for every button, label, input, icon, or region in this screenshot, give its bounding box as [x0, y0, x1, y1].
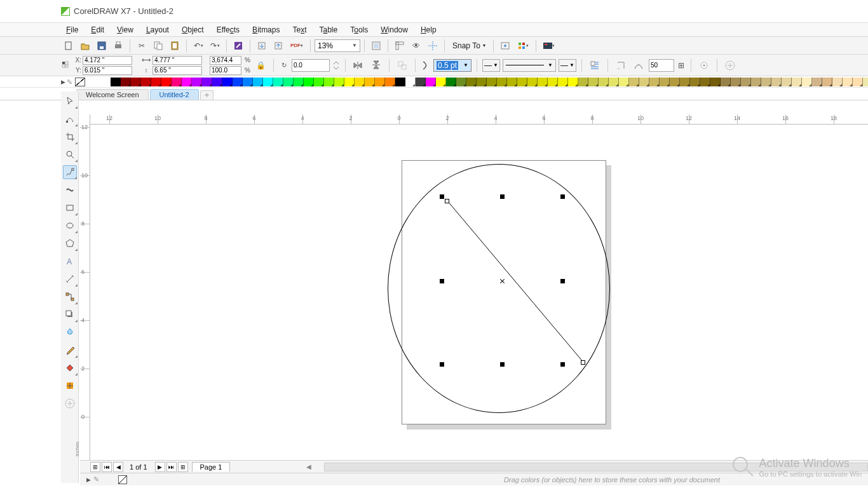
menu-effects[interactable]: Effects [212, 24, 245, 36]
smart-fill-tool[interactable] [63, 379, 77, 393]
ellipse-tool[interactable] [63, 219, 77, 233]
color-swatch[interactable] [660, 78, 670, 86]
selection-handle-tr[interactable] [560, 194, 565, 199]
color-swatch[interactable] [690, 78, 700, 86]
color-swatch[interactable] [548, 78, 558, 86]
cut-button[interactable]: ✂ [134, 39, 149, 53]
color-swatch[interactable] [761, 78, 771, 86]
color-swatch[interactable] [649, 78, 660, 86]
tab-welcome-screen[interactable]: Welcome Screen [76, 89, 149, 100]
color-swatch[interactable] [375, 78, 385, 86]
add-page-after-button[interactable]: ⊞ [178, 462, 188, 472]
color-swatch[interactable] [588, 78, 599, 86]
color-swatch[interactable] [466, 78, 477, 86]
fullscreen-preview-button[interactable] [369, 39, 384, 53]
color-swatch[interactable] [314, 78, 324, 86]
color-swatch[interactable] [355, 78, 365, 86]
new-document-tab[interactable]: + [200, 90, 214, 100]
color-swatch[interactable] [710, 78, 721, 86]
menu-edit[interactable]: Edit [86, 24, 109, 36]
line-end-node[interactable] [581, 360, 585, 365]
bounding-box-button[interactable] [696, 58, 712, 72]
color-swatch[interactable] [527, 78, 538, 86]
color-swatch[interactable] [334, 78, 344, 86]
color-swatch[interactable] [395, 78, 405, 86]
zoom-tool[interactable] [63, 147, 77, 161]
show-guidelines-button[interactable] [425, 39, 440, 53]
zoom-level-select[interactable]: 13%▼ [315, 39, 360, 52]
color-swatch[interactable] [599, 78, 609, 86]
parallel-dimension-tool[interactable] [63, 272, 77, 286]
menu-layout[interactable]: Layout [141, 24, 174, 36]
selection-handle-tl[interactable] [440, 194, 444, 199]
color-swatch[interactable] [609, 78, 619, 86]
color-swatch[interactable] [832, 78, 843, 86]
color-swatch[interactable] [812, 78, 822, 86]
horizontal-scrollbar[interactable] [324, 463, 868, 471]
quick-customize-toolbox[interactable] [63, 396, 77, 410]
color-swatch[interactable] [416, 78, 426, 86]
freehand-tool[interactable] [63, 165, 77, 179]
color-swatch[interactable] [273, 78, 283, 86]
color-swatch[interactable] [405, 78, 416, 86]
selection-handle-tm[interactable] [500, 194, 505, 199]
paste-button[interactable] [167, 39, 182, 53]
selection-handle-mr[interactable] [560, 279, 565, 283]
color-swatch[interactable] [294, 78, 304, 86]
import-button[interactable] [254, 39, 269, 53]
show-rulers-button[interactable] [392, 39, 407, 53]
color-swatch[interactable] [721, 78, 731, 86]
color-swatch[interactable] [172, 78, 182, 86]
width-input[interactable]: 4.777 " [153, 56, 202, 65]
copy-button[interactable] [151, 39, 166, 53]
color-swatch[interactable] [578, 78, 588, 86]
page-tab-1[interactable]: Page 1 [192, 462, 231, 471]
color-swatch[interactable] [771, 78, 782, 86]
snap-to-dropdown[interactable]: Snap To▾ [449, 41, 489, 50]
color-swatch[interactable] [843, 78, 853, 86]
color-swatch[interactable] [741, 78, 751, 86]
wrap-text-button[interactable] [587, 58, 602, 72]
close-curve-button[interactable] [613, 58, 628, 72]
lock-ratio-button[interactable]: 🔒 [253, 58, 268, 72]
color-swatch[interactable] [446, 78, 456, 86]
color-swatch[interactable] [253, 78, 263, 86]
connector-tool[interactable] [63, 290, 77, 304]
export-button[interactable] [271, 39, 286, 53]
redo-button[interactable]: ↷▾ [207, 39, 222, 53]
color-swatch[interactable] [863, 78, 868, 86]
color-swatch[interactable] [700, 78, 710, 86]
open-button[interactable] [78, 39, 93, 53]
color-swatch[interactable] [558, 78, 568, 86]
dock-no-color-swatch[interactable] [118, 475, 127, 484]
height-input[interactable]: 6.65 " [153, 66, 202, 75]
search-content-button[interactable] [231, 39, 246, 53]
color-swatch[interactable] [782, 78, 792, 86]
start-arrowhead-select[interactable]: —▼ [482, 59, 500, 72]
horizontal-ruler[interactable]: 12108642024681012141618 [90, 114, 868, 125]
scale-y-input[interactable]: 100.0 [210, 66, 241, 75]
add-page-button[interactable]: ⊞ [90, 462, 100, 472]
color-swatch[interactable] [324, 78, 334, 86]
menu-help[interactable]: Help [416, 24, 442, 36]
print-button[interactable] [111, 39, 126, 53]
color-swatch[interactable] [456, 78, 466, 86]
selection-handle-br[interactable] [560, 362, 565, 367]
rectangle-tool[interactable] [63, 201, 77, 215]
scale-x-input[interactable]: 3,674.4 [210, 56, 241, 65]
color-swatch[interactable] [131, 78, 141, 86]
color-swatch[interactable] [111, 78, 121, 86]
reduce-nodes-stepper[interactable]: ⊞ [677, 58, 686, 72]
menu-file[interactable]: File [61, 24, 83, 36]
new-button[interactable] [61, 39, 76, 53]
dock-palette-arrow[interactable]: ▶ [86, 477, 91, 483]
color-eyedropper-tool[interactable] [63, 343, 77, 357]
line-start-node[interactable] [445, 199, 449, 203]
color-swatch[interactable] [853, 78, 863, 86]
artistic-media-tool[interactable] [63, 183, 77, 197]
quick-customize-button[interactable] [722, 58, 738, 72]
rotation-input[interactable]: 0.0 [292, 59, 330, 72]
color-swatch[interactable] [161, 78, 172, 86]
selection-handle-bm[interactable] [500, 362, 505, 367]
color-swatch[interactable] [822, 78, 832, 86]
